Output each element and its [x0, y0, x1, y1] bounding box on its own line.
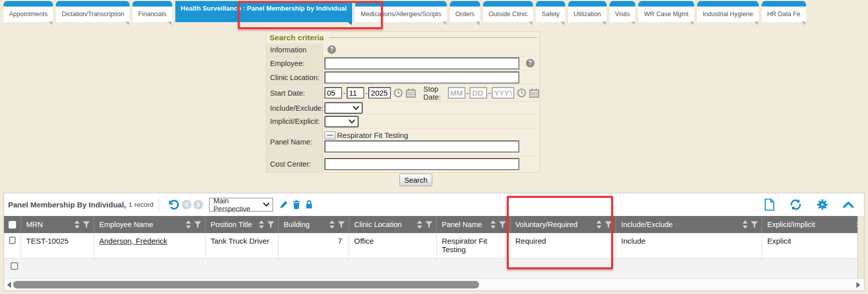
column-header-panel-name[interactable]: Panel Name	[437, 216, 510, 233]
refresh-icon[interactable]	[789, 199, 802, 210]
include-exclude-select[interactable]	[324, 102, 363, 114]
tab-label: Appointments	[4, 7, 53, 22]
select-all-checkbox[interactable]	[9, 221, 16, 229]
cell-explicit-implicit: Explicit	[762, 233, 858, 259]
next-page-icon[interactable]	[193, 200, 203, 209]
remove-panel-chip-button[interactable]: —	[324, 131, 336, 139]
stop-date-time-icon[interactable]	[517, 88, 526, 98]
sort-icon[interactable]	[742, 220, 748, 229]
undo-icon[interactable]	[167, 199, 179, 210]
chevron-down-icon	[353, 106, 359, 110]
collapse-grid-icon[interactable]	[843, 201, 854, 208]
employee-input[interactable]	[324, 57, 519, 69]
column-header-employee-name[interactable]: Employee Name	[94, 216, 206, 233]
tab-dictation-transcription[interactable]: Dictation/Transcription	[56, 1, 129, 22]
horizontal-scrollbar[interactable]	[4, 278, 864, 290]
tab-outside-clinic[interactable]: Outside Clinic	[483, 1, 533, 22]
filter-icon[interactable]	[267, 221, 275, 229]
filter-icon[interactable]	[338, 221, 345, 229]
new-record-icon[interactable]	[764, 198, 775, 211]
filter-icon[interactable]	[605, 221, 612, 229]
filter-icon[interactable]	[751, 221, 758, 229]
tab-industrial-hygiene[interactable]: Industrial Hygiene	[697, 1, 759, 22]
tab-fold	[168, 22, 172, 25]
tab-hr-data-feed[interactable]: HR Data Fe	[762, 1, 806, 22]
title-rule	[329, 37, 538, 38]
sort-icon[interactable]	[185, 220, 191, 229]
record-count: 1 record	[128, 201, 154, 208]
clinic-location-label: Clinic Location:	[266, 70, 323, 84]
cost-center-input[interactable]	[324, 158, 519, 170]
employee-help-icon[interactable]: ?	[526, 59, 535, 67]
filter-icon[interactable]	[499, 221, 506, 229]
tab-cap	[568, 1, 607, 7]
grid-title: Panel Membership By Individual,	[8, 200, 126, 209]
tab-appointments[interactable]: Appointments	[4, 1, 53, 22]
column-header-mrn[interactable]: MRN	[21, 216, 94, 233]
employee-name-link[interactable]: Anderson, Frederick	[99, 237, 167, 245]
row-checkbox[interactable]	[9, 237, 16, 244]
help-icon[interactable]: ?	[327, 45, 336, 54]
column-header-explicit-implicit[interactable]: Explicit/Implicit	[762, 216, 858, 233]
sort-icon[interactable]	[596, 220, 602, 229]
perspective-select[interactable]: Main Perspective	[209, 198, 273, 211]
clinic-location-input[interactable]	[324, 71, 519, 84]
edit-perspective-icon[interactable]	[279, 200, 288, 209]
sort-icon[interactable]	[329, 220, 335, 229]
stop-date-month-input[interactable]	[448, 87, 465, 99]
tab-health-surveillance-panel-membership[interactable]: Health Surveillance : Panel Membership b…	[175, 1, 352, 22]
column-header-voluntary-required[interactable]: Voluntary/Required	[510, 216, 616, 233]
tab-fold	[442, 22, 446, 25]
tab-fold	[476, 22, 480, 25]
filter-icon[interactable]	[425, 221, 433, 229]
date-separator: -	[343, 89, 346, 97]
tab-label: Medications/Allergies/Scripts	[355, 7, 447, 22]
start-date-calendar-icon[interactable]	[406, 88, 416, 98]
cost-center-label: Cost Center:	[266, 156, 323, 172]
column-header-building[interactable]: Building	[279, 216, 349, 233]
tab-label: Health Surveillance : Panel Membership b…	[175, 1, 352, 16]
stop-date-year-input[interactable]	[492, 87, 514, 99]
stop-date-calendar-icon[interactable]	[529, 88, 540, 98]
start-date-year-input[interactable]	[368, 87, 391, 99]
tab-visits[interactable]: Visits	[610, 1, 636, 22]
filter-icon[interactable]	[83, 221, 90, 229]
start-date-day-input[interactable]	[347, 87, 364, 99]
search-button[interactable]: Search	[399, 174, 432, 186]
tab-medications-allergies-scripts[interactable]: Medications/Allergies/Scripts	[355, 1, 447, 22]
stop-date-label: Stop Date:	[423, 85, 444, 101]
tab-label: Financials	[132, 7, 172, 22]
column-header-position-title[interactable]: Position Title	[206, 216, 279, 233]
tab-orders[interactable]: Orders	[450, 1, 480, 22]
panel-name-input[interactable]	[324, 140, 519, 153]
grid-toolbar: Panel Membership By Individual, 1 record…	[4, 193, 864, 216]
scrollbar-thumb[interactable]	[13, 281, 479, 288]
settings-gear-icon[interactable]	[817, 199, 828, 210]
scroll-right-arrow-icon[interactable]	[856, 282, 860, 288]
tab-safety[interactable]: Safety	[536, 1, 565, 22]
column-header-clinic-location[interactable]: Clinic Location	[349, 216, 437, 233]
previous-page-icon[interactable]	[182, 200, 191, 209]
sort-icon[interactable]	[74, 220, 80, 229]
lock-icon[interactable]	[305, 200, 313, 209]
information-row: Information ?	[266, 43, 540, 56]
start-date-time-icon[interactable]	[393, 88, 403, 98]
sort-icon[interactable]	[258, 220, 264, 229]
tab-fold	[690, 22, 694, 25]
footer-checkbox[interactable]	[11, 262, 18, 270]
filter-icon[interactable]	[194, 221, 202, 229]
stop-date-day-input[interactable]	[470, 87, 487, 99]
tab-utilization[interactable]: Utilization	[568, 1, 607, 22]
cell-position-title: Tank Truck Driver	[206, 233, 279, 259]
grid-actions	[762, 193, 856, 216]
tab-cap	[4, 1, 53, 7]
start-date-month-input[interactable]	[324, 87, 342, 99]
tab-wr-case-mgmt[interactable]: WR Case Mgmt	[638, 1, 694, 22]
sort-icon[interactable]	[490, 220, 496, 229]
sort-icon[interactable]	[417, 220, 423, 229]
implicit-explicit-select[interactable]	[324, 116, 359, 127]
scroll-left-arrow-icon[interactable]	[7, 282, 11, 288]
tab-financials[interactable]: Financials	[132, 1, 172, 22]
column-header-include-exclude[interactable]: Include/Exclude	[616, 216, 762, 233]
delete-perspective-icon[interactable]	[292, 200, 301, 209]
